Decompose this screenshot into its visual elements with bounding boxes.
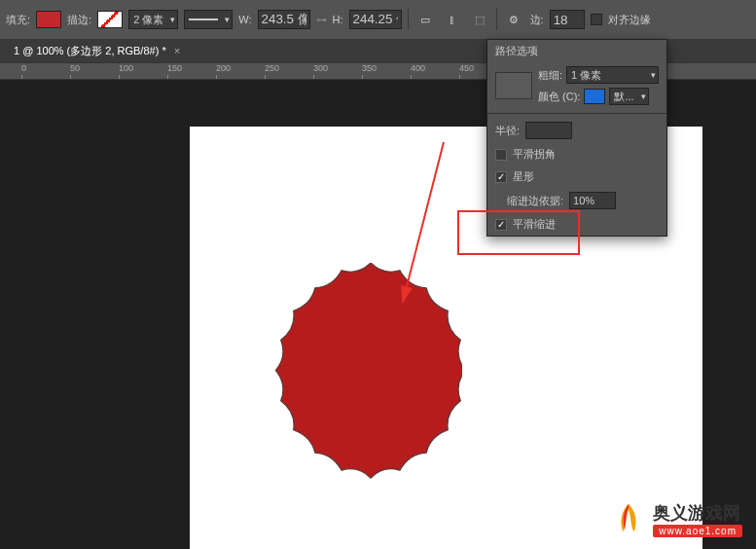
align-edges-label: 对齐边缘 [608,13,651,27]
color-label: 颜色 (C): [538,90,580,104]
stroke-swatch[interactable] [97,11,123,28]
stroke-style-dropdown[interactable] [184,10,233,29]
fill-swatch[interactable] [36,11,61,28]
tab-title: 1 @ 100% (多边形 2, RGB/8#) * [14,44,166,58]
smooth-indent-label: 平滑缩进 [513,217,556,232]
separator [496,9,497,30]
gear-icon[interactable]: ⚙ [503,9,524,30]
height-input[interactable] [349,10,402,29]
sides-label: 边: [530,13,544,27]
width-label: W: [238,14,251,25]
fill-label: 填充: [6,13,30,27]
watermark-logo-icon [610,500,647,537]
indent-input[interactable] [569,192,616,209]
height-label: H: [333,14,343,25]
sides-input[interactable] [550,10,585,29]
width-input[interactable] [258,10,310,29]
align-icon[interactable]: ⫿ [442,9,463,30]
watermark-title: 奥义游戏网 [653,501,742,525]
link-wh-icon[interactable]: ⊶ [316,14,327,26]
align-edges-checkbox[interactable] [591,14,602,25]
stroke-label: 描边: [67,13,91,27]
arrange-icon[interactable]: ⬚ [469,9,490,30]
thickness-dropdown[interactable]: 1 像素 [566,66,659,84]
smooth-corners-label: 平滑拐角 [513,147,556,162]
polygon-shape[interactable] [219,263,462,506]
star-checkbox[interactable] [495,171,507,183]
panel-title: 路径选项 [487,40,666,62]
radius-input[interactable] [525,122,572,139]
watermark: 奥义游戏网 www.aoe1.com [610,500,742,537]
thickness-label: 粗细: [538,68,562,83]
star-label: 星形 [513,169,534,184]
radius-label: 半径: [495,124,520,138]
close-icon[interactable]: × [174,45,180,56]
smooth-corners-checkbox[interactable] [495,149,507,161]
path-options-panel: 路径选项 粗细: 1 像素 颜色 (C): 默... 半径: 平滑拐角 星形 缩… [486,39,667,237]
stroke-width-dropdown[interactable]: 2 像素 [128,10,178,29]
smooth-indent-checkbox[interactable] [495,219,507,231]
options-toolbar: 填充: 描边: 2 像素 W: ⊶ H: ▭ ⫿ ⬚ ⚙ 边: 对齐边缘 [0,0,756,39]
path-color-dropdown[interactable]: 默... [609,88,648,105]
document-tab[interactable]: 1 @ 100% (多边形 2, RGB/8#) * × [6,44,188,58]
path-op-icon[interactable]: ▭ [414,9,436,30]
divider [487,113,666,114]
separator [408,9,409,30]
indent-label: 缩进边依据: [507,194,563,208]
path-preview [495,72,532,99]
path-color-swatch[interactable] [584,89,605,104]
watermark-url: www.aoe1.com [653,525,742,537]
